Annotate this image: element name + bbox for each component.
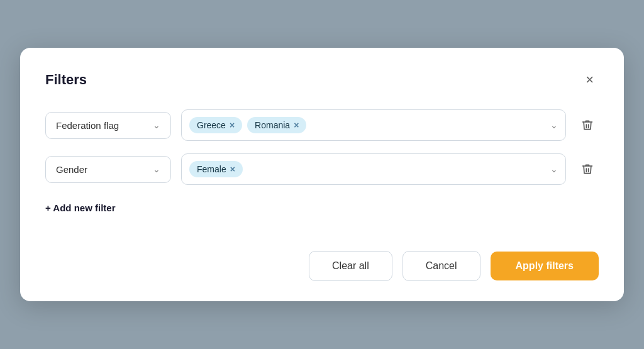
chevron-down-icon-values-1: ⌄	[545, 120, 558, 130]
filter-row-1: Federation flag ⌄ Greece × Romania × ⌄	[45, 109, 599, 141]
remove-tag-greece[interactable]: ×	[230, 121, 235, 130]
modal-header: Filters ×	[45, 70, 599, 89]
filter-value-dropdown-1[interactable]: Greece × Romania × ⌄	[181, 109, 566, 141]
filter-type-label-1: Federation flag	[56, 120, 119, 131]
chevron-down-icon-values-2: ⌄	[545, 164, 558, 174]
modal-overlay[interactable]: Filters × Federation flag ⌄ Greece × Rom…	[0, 0, 644, 349]
delete-filter-1-button[interactable]	[576, 114, 599, 136]
clear-all-button[interactable]: Clear all	[309, 251, 392, 281]
filter-tags-1: Greece × Romania ×	[189, 117, 540, 133]
cancel-button[interactable]: Cancel	[402, 251, 480, 281]
close-button[interactable]: ×	[580, 70, 599, 89]
remove-tag-romania[interactable]: ×	[294, 121, 299, 130]
trash-icon-2	[581, 163, 594, 175]
filter-type-dropdown-1[interactable]: Federation flag ⌄	[45, 112, 171, 139]
trash-icon-1	[581, 119, 594, 131]
tag-female: Female ×	[189, 161, 243, 177]
tag-romania-label: Romania	[255, 120, 290, 130]
filter-type-label-2: Gender	[56, 164, 87, 175]
modal-footer: Clear all Cancel Apply filters	[45, 251, 599, 281]
remove-tag-female[interactable]: ×	[230, 165, 235, 174]
apply-filters-button[interactable]: Apply filters	[491, 252, 599, 280]
filter-row-2: Gender ⌄ Female × ⌄	[45, 153, 599, 185]
tag-romania: Romania ×	[247, 117, 306, 133]
delete-filter-2-button[interactable]	[576, 158, 599, 180]
tag-greece: Greece ×	[189, 117, 242, 133]
add-filter-button[interactable]: + Add new filter	[45, 200, 116, 216]
filters-modal: Filters × Federation flag ⌄ Greece × Rom…	[20, 48, 624, 301]
chevron-down-icon-2: ⌄	[148, 164, 160, 174]
filter-value-dropdown-2[interactable]: Female × ⌄	[181, 153, 566, 185]
tag-greece-label: Greece	[197, 120, 226, 130]
tag-female-label: Female	[197, 164, 226, 174]
chevron-down-icon-1: ⌄	[148, 120, 160, 130]
modal-title: Filters	[45, 72, 87, 88]
filter-tags-2: Female ×	[189, 161, 540, 177]
filter-type-dropdown-2[interactable]: Gender ⌄	[45, 156, 171, 183]
